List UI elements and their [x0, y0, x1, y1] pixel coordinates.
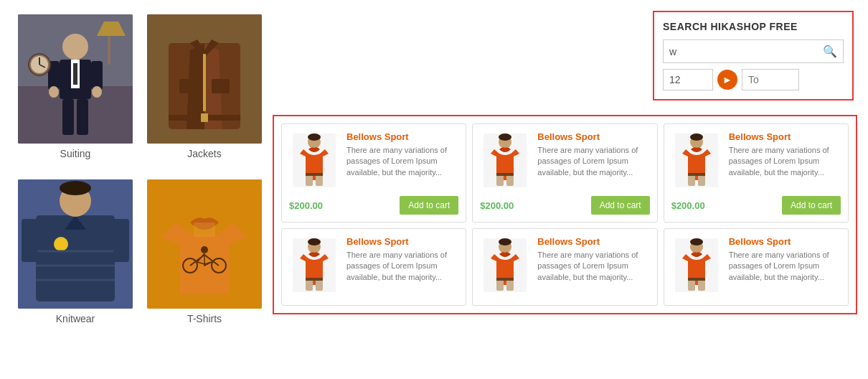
product-top: Bellows Sport There are many variations … [671, 236, 841, 294]
svg-rect-75 [688, 278, 705, 281]
svg-rect-10 [62, 99, 74, 135]
add-to-cart-button[interactable]: Add to cart [591, 196, 650, 215]
category-img-suiting [18, 14, 133, 144]
product-info: Bellows Sport There are many variations … [537, 236, 649, 294]
product-top: Bellows Sport There are many variations … [289, 131, 458, 189]
product-top: Bellows Sport There are many variations … [289, 236, 458, 294]
product-card-p5: Bellows Sport There are many variations … [472, 228, 657, 306]
product-name: Bellows Sport [729, 236, 841, 247]
svg-point-38 [201, 246, 208, 253]
svg-point-72 [690, 238, 703, 245]
svg-rect-11 [77, 99, 88, 135]
svg-point-27 [54, 237, 68, 251]
price-range-row: ► [663, 69, 844, 90]
product-top: Bellows Sport There are many variations … [480, 236, 649, 294]
product-info: Bellows Sport There are many variations … [346, 131, 458, 189]
product-image [480, 131, 530, 189]
product-description: There are many variations of passages of… [346, 145, 458, 178]
svg-rect-57 [688, 173, 705, 176]
product-description: There are many variations of passages of… [729, 250, 841, 283]
category-label-knitwear: Knitwear [56, 313, 95, 324]
svg-rect-69 [496, 278, 514, 281]
product-grid: Bellows Sport There are many variations … [281, 123, 849, 306]
product-price: $200.00 [289, 200, 323, 211]
svg-point-8 [49, 86, 59, 98]
product-description: There are many variations of passages of… [729, 145, 841, 178]
product-card-p6: Bellows Sport There are many variations … [664, 228, 849, 306]
svg-rect-5 [73, 63, 77, 85]
category-item-tshirts[interactable]: T-Shirts [143, 179, 265, 337]
price-arrow-button[interactable]: ► [717, 70, 737, 90]
product-description: There are many variations of passages of… [537, 250, 649, 283]
product-card-p3: Bellows Sport There are many variations … [664, 123, 849, 223]
search-input-row: 🔍 [663, 39, 844, 63]
product-image [480, 236, 530, 294]
svg-point-34 [60, 181, 91, 195]
svg-rect-39 [194, 223, 215, 237]
category-item-jackets[interactable]: Jackets [143, 14, 265, 172]
product-description: There are many variations of passages of… [537, 145, 649, 178]
product-bottom: $200.00 Add to cart [671, 196, 841, 215]
category-grid: Suiting Jackets [14, 14, 265, 337]
product-name: Bellows Sport [537, 236, 649, 247]
product-name: Bellows Sport [537, 131, 649, 142]
category-item-knitwear[interactable]: Knitwear [14, 179, 136, 337]
product-info: Bellows Sport There are many variations … [729, 236, 841, 294]
search-widget: SEARCH HIKASHOP FREE 🔍 ► [653, 11, 854, 100]
svg-rect-21 [179, 79, 197, 93]
product-image [289, 131, 339, 189]
product-card-p2: Bellows Sport There are many variations … [472, 123, 657, 223]
category-img-knitwear [18, 179, 133, 309]
search-input[interactable] [664, 42, 817, 62]
category-label-jackets: Jackets [187, 148, 221, 159]
category-label-tshirts: T-Shirts [187, 313, 222, 324]
svg-point-66 [499, 238, 511, 245]
svg-rect-32 [113, 219, 129, 262]
category-img-tshirts [147, 179, 262, 309]
product-info: Bellows Sport There are many variations … [537, 131, 649, 189]
product-info: Bellows Sport There are many variations … [729, 131, 841, 189]
product-card-p1: Bellows Sport There are many variations … [281, 123, 466, 223]
svg-rect-63 [306, 278, 323, 281]
product-name: Bellows Sport [729, 131, 841, 142]
product-description: There are many variations of passages of… [346, 250, 458, 283]
product-bottom: $200.00 Add to cart [480, 196, 649, 215]
svg-rect-51 [496, 173, 514, 176]
product-name: Bellows Sport [346, 131, 458, 142]
svg-point-9 [92, 86, 102, 98]
category-item-suiting[interactable]: Suiting [14, 14, 136, 172]
search-title: SEARCH HIKASHOP FREE [663, 21, 844, 32]
search-submit-button[interactable]: 🔍 [817, 40, 843, 62]
product-card-p4: Bellows Sport There are many variations … [281, 228, 466, 306]
price-from-input[interactable] [663, 69, 713, 90]
category-label-suiting: Suiting [60, 148, 91, 159]
svg-point-2 [62, 34, 88, 60]
product-price: $200.00 [671, 200, 705, 211]
product-top: Bellows Sport There are many variations … [671, 131, 841, 189]
product-top: Bellows Sport There are many variations … [480, 131, 649, 189]
svg-point-48 [499, 134, 511, 141]
svg-point-54 [690, 134, 703, 141]
add-to-cart-button[interactable]: Add to cart [782, 196, 841, 215]
svg-rect-20 [203, 54, 206, 111]
product-image [671, 131, 722, 189]
product-bottom: $200.00 Add to cart [289, 196, 458, 215]
product-image [289, 236, 339, 294]
svg-rect-22 [212, 79, 230, 93]
svg-rect-45 [306, 173, 323, 176]
svg-rect-31 [22, 219, 37, 262]
category-img-jackets [147, 14, 262, 144]
svg-rect-7 [91, 61, 103, 90]
svg-rect-16 [108, 36, 110, 65]
svg-point-60 [308, 238, 321, 245]
price-to-input[interactable] [742, 69, 799, 90]
product-name: Bellows Sport [346, 236, 458, 247]
product-info: Bellows Sport There are many variations … [346, 236, 458, 294]
product-image [671, 236, 722, 294]
svg-point-42 [308, 134, 321, 141]
add-to-cart-button[interactable]: Add to cart [400, 196, 458, 215]
svg-rect-24 [201, 113, 208, 122]
product-grid-container: Bellows Sport There are many variations … [273, 115, 857, 314]
product-price: $200.00 [480, 200, 514, 211]
